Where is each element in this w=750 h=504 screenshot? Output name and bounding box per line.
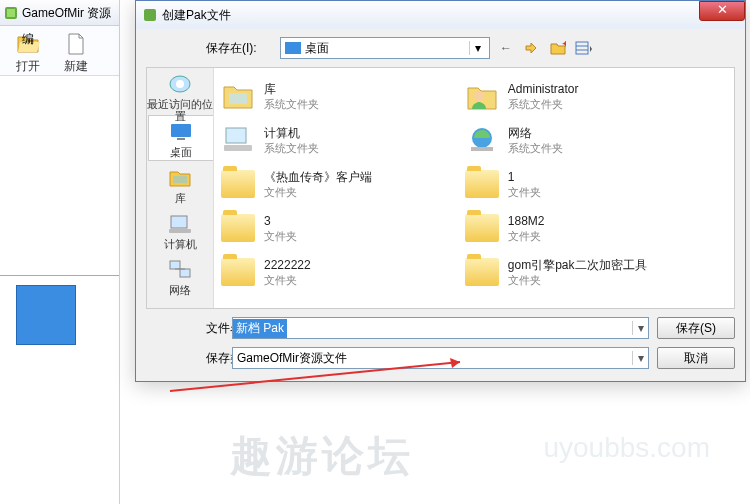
chevron-down-icon[interactable]: ▾	[632, 351, 648, 365]
recent-icon	[166, 72, 194, 96]
app-icon	[3, 5, 19, 21]
svg-rect-9	[171, 124, 191, 137]
network-icon	[166, 258, 194, 282]
filename-input[interactable]: 新档 Pak ▾	[232, 317, 649, 339]
open-label: 打开	[4, 58, 52, 75]
view-menu-button[interactable]	[574, 39, 594, 57]
back-button[interactable]: ←	[496, 39, 516, 57]
svg-rect-15	[180, 269, 190, 277]
filetype-value: GameOfMir资源文件	[233, 350, 351, 367]
save-in-value: 桌面	[305, 40, 329, 57]
list-item[interactable]: 计算机系统文件夹	[220, 118, 464, 162]
sidebar-item-network[interactable]: 网络	[147, 254, 213, 300]
svg-text:✦: ✦	[561, 41, 566, 51]
file-list[interactable]: 库系统文件夹 Administrator系统文件夹 计算机系统文件夹 网络系统文…	[214, 67, 735, 309]
svg-rect-10	[177, 138, 185, 140]
new-folder-button[interactable]: ✦	[548, 39, 568, 57]
svg-rect-4	[576, 42, 588, 54]
chevron-down-icon[interactable]: ▾	[469, 41, 485, 55]
places-sidebar: 最近访问的位置 桌面 库 计算机 网络	[146, 67, 214, 309]
sidebar-item-libraries[interactable]: 库	[147, 162, 213, 208]
up-button[interactable]	[522, 39, 542, 57]
folder-icon	[220, 166, 256, 202]
cancel-button[interactable]: 取消	[657, 347, 735, 369]
dialog-titlebar[interactable]: 创建Pak文件 ✕	[136, 1, 745, 29]
svg-rect-1	[7, 9, 15, 17]
folder-icon	[464, 254, 500, 290]
close-button[interactable]: ✕	[699, 1, 745, 21]
svg-point-18	[474, 91, 484, 101]
sidebar-label: 桌面	[149, 146, 213, 158]
save-in-label: 保存在(I):	[206, 40, 274, 57]
list-item[interactable]: 网络系统文件夹	[464, 118, 708, 162]
filename-row: 文件名(N): 新档 Pak ▾ 保存(S)	[146, 317, 735, 339]
main-app: GameOfMir 资源编 打开 新建	[0, 0, 120, 504]
watermark-text: 趣游论坛	[230, 428, 414, 484]
svg-rect-2	[144, 9, 156, 21]
save-location-row: 保存在(I): 桌面 ▾ ← ✦	[146, 37, 735, 59]
folder-icon	[220, 210, 256, 246]
chevron-down-icon[interactable]: ▾	[632, 321, 648, 335]
list-item[interactable]: 3文件夹	[220, 206, 464, 250]
list-item[interactable]: 1文件夹	[464, 162, 708, 206]
dialog-title: 创建Pak文件	[162, 7, 231, 24]
folder-icon	[464, 210, 500, 246]
svg-rect-11	[173, 176, 187, 183]
new-label: 新建	[52, 58, 100, 75]
dialog-body: 保存在(I): 桌面 ▾ ← ✦ 最近访问的位置 桌面	[136, 29, 745, 381]
tree-area[interactable]	[0, 76, 119, 276]
svg-rect-19	[226, 128, 246, 143]
computer-icon	[166, 212, 194, 236]
save-dialog: 创建Pak文件 ✕ 保存在(I): 桌面 ▾ ← ✦ 最近访问的位置	[135, 0, 746, 382]
app-titlebar: GameOfMir 资源编	[0, 0, 119, 26]
folder-icon	[464, 166, 500, 202]
sidebar-item-computer[interactable]: 计算机	[147, 208, 213, 254]
dialog-mid: 最近访问的位置 桌面 库 计算机 网络	[146, 67, 735, 309]
save-button[interactable]: 保存(S)	[657, 317, 735, 339]
list-item[interactable]: 《热血传奇》客户端文件夹	[220, 162, 464, 206]
folder-icon	[220, 254, 256, 290]
svg-rect-12	[171, 216, 187, 228]
computer-icon	[220, 122, 256, 158]
svg-rect-22	[471, 147, 493, 151]
user-icon	[464, 78, 500, 114]
svg-point-8	[176, 80, 184, 88]
sidebar-label: 计算机	[147, 238, 213, 250]
preview-thumbnail[interactable]	[16, 285, 76, 345]
sidebar-item-desktop[interactable]: 桌面	[148, 115, 213, 161]
list-item[interactable]: gom引擎pak二次加密工具文件夹	[464, 250, 708, 294]
filename-value: 新档 Pak	[233, 319, 287, 338]
sidebar-item-recent[interactable]: 最近访问的位置	[147, 68, 213, 114]
svg-rect-13	[169, 229, 191, 233]
list-item[interactable]: 188M2文件夹	[464, 206, 708, 250]
libraries-icon	[166, 166, 194, 190]
desktop-icon	[167, 120, 195, 144]
new-icon	[64, 32, 88, 56]
svg-rect-20	[224, 145, 252, 151]
main-toolbar: 打开 新建	[0, 26, 119, 76]
sidebar-label: 网络	[147, 284, 213, 296]
sidebar-label: 库	[147, 192, 213, 204]
list-item[interactable]: Administrator系统文件夹	[464, 74, 708, 118]
filename-label: 文件名(N):	[146, 320, 224, 337]
new-button[interactable]: 新建	[52, 30, 100, 71]
dialog-icon	[142, 7, 158, 23]
svg-rect-14	[170, 261, 180, 269]
list-item[interactable]: 库系统文件夹	[220, 74, 464, 118]
filetype-row: 保存类型(T): GameOfMir资源文件 ▾ 取消	[146, 347, 735, 369]
svg-rect-17	[229, 93, 247, 104]
folder-icon	[220, 78, 256, 114]
save-in-combo[interactable]: 桌面 ▾	[280, 37, 490, 59]
network-icon	[464, 122, 500, 158]
desktop-icon	[285, 42, 301, 54]
filetype-combo[interactable]: GameOfMir资源文件 ▾	[232, 347, 649, 369]
filetype-label: 保存类型(T):	[146, 350, 224, 367]
list-item[interactable]: 2222222文件夹	[220, 250, 464, 294]
watermark-url: uyoubbs.com	[543, 432, 710, 464]
